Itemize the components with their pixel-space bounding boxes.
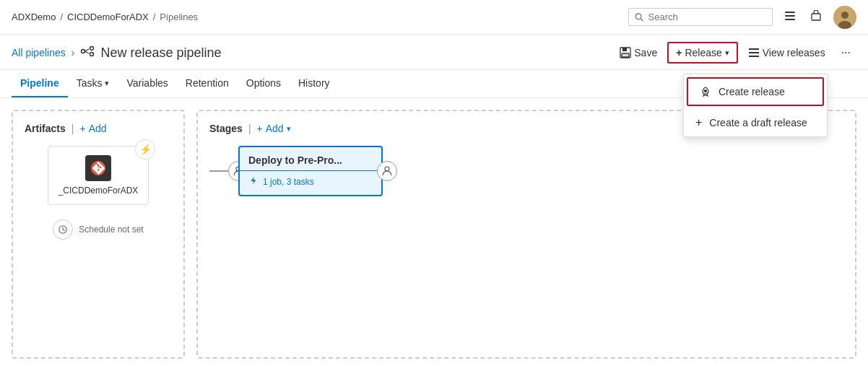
artifact-logo xyxy=(85,155,111,181)
artifacts-add-label: Add xyxy=(89,123,107,134)
svg-point-17 xyxy=(705,90,707,92)
person-right-icon xyxy=(381,165,393,177)
svg-point-7 xyxy=(841,12,849,19)
stages-add-label: Add xyxy=(266,123,284,134)
avatar[interactable] xyxy=(833,6,856,29)
pipeline-icon xyxy=(80,44,95,62)
stage-trigger-icon xyxy=(248,175,259,188)
top-right-area xyxy=(628,6,856,29)
svg-rect-19 xyxy=(749,52,759,53)
schedule-area: Schedule not set xyxy=(53,219,143,240)
stages-separator: | xyxy=(248,123,251,134)
lightning-icon: ⚡ xyxy=(139,144,152,155)
header-actions: Save + Release ▾ Create release + Create… xyxy=(612,42,856,64)
svg-rect-2 xyxy=(785,12,795,13)
svg-marker-25 xyxy=(251,177,256,185)
tab-options[interactable]: Options xyxy=(238,70,290,97)
clock-icon xyxy=(58,224,68,235)
artifact-trigger-button[interactable]: ⚡ xyxy=(135,139,155,159)
create-release-label: Create release xyxy=(719,86,785,97)
tab-history[interactable]: History xyxy=(290,70,339,97)
list-icon-button[interactable] xyxy=(781,7,799,27)
breadcrumb-sep-2: / xyxy=(153,12,156,22)
create-draft-release-item[interactable]: + Create a draft release xyxy=(684,109,827,136)
search-input[interactable] xyxy=(648,12,766,22)
create-release-item[interactable]: Create release xyxy=(687,77,824,106)
save-button[interactable]: Save xyxy=(612,43,664,62)
svg-rect-18 xyxy=(749,48,759,50)
svg-point-26 xyxy=(385,167,389,171)
svg-rect-16 xyxy=(622,53,629,57)
page-header: All pipelines › New release pipeline Sav… xyxy=(0,35,868,70)
save-icon xyxy=(620,47,631,58)
breadcrumb-chevron: › xyxy=(71,47,75,58)
create-draft-release-label: Create a draft release xyxy=(709,117,807,128)
svg-rect-15 xyxy=(622,48,627,51)
tasks-chevron-icon: ▾ xyxy=(105,79,109,88)
stage-details: 1 job, 3 tasks xyxy=(240,171,381,195)
svg-point-0 xyxy=(635,13,641,19)
stage-card-wrapper: Deploy to Pre-Pro... 1 job, 3 tasks xyxy=(238,146,383,196)
chevron-down-icon: ▾ xyxy=(725,48,729,58)
breadcrumb: ADXDemo / CICDDemoForADX / Pipelines xyxy=(12,12,198,22)
artifacts-panel-header: Artifacts | + Add xyxy=(25,123,172,134)
page-title-area: All pipelines › New release pipeline xyxy=(12,44,222,62)
draft-plus-icon: + xyxy=(695,116,702,129)
svg-line-1 xyxy=(641,18,643,20)
stage-right-person-icon[interactable] xyxy=(377,161,397,181)
svg-rect-5 xyxy=(812,14,820,20)
stage-card[interactable]: Deploy to Pre-Pro... 1 job, 3 tasks xyxy=(238,146,383,196)
list-icon xyxy=(784,10,796,22)
release-label: Release xyxy=(685,47,721,58)
git-logo-icon xyxy=(90,159,107,177)
stage-name: Deploy to Pre-Pro... xyxy=(248,154,342,166)
stage-info: 1 job, 3 tasks xyxy=(263,177,314,187)
breadcrumb-item-3: Pipelines xyxy=(160,12,198,22)
stages-add-chevron-icon: ▾ xyxy=(287,124,291,134)
svg-line-13 xyxy=(85,51,90,53)
ellipsis-icon: ··· xyxy=(841,46,851,58)
save-label: Save xyxy=(634,47,657,58)
tab-options-label: Options xyxy=(246,77,281,89)
breadcrumb-item-2[interactable]: CICDDemoForADX xyxy=(67,12,149,22)
stages-label: Stages xyxy=(209,123,243,134)
tab-variables-label: Variables xyxy=(126,77,168,89)
stages-add-plus-icon: + xyxy=(257,123,263,134)
release-dropdown-menu: Create release + Create a draft release xyxy=(683,74,828,137)
list-view-icon xyxy=(748,47,760,58)
all-pipelines-link[interactable]: All pipelines xyxy=(12,47,66,58)
rocket-icon xyxy=(700,86,711,97)
breadcrumb-item-1[interactable]: ADXDemo xyxy=(12,12,56,22)
main-content: Artifacts | + Add ⚡ _CICDDemoForADX xyxy=(0,98,868,370)
search-icon xyxy=(635,12,644,22)
basket-icon-button[interactable] xyxy=(807,7,825,27)
tab-retention[interactable]: Retention xyxy=(177,70,238,97)
tab-pipeline-label: Pipeline xyxy=(20,77,59,89)
basket-icon xyxy=(810,10,822,22)
svg-rect-20 xyxy=(749,56,759,57)
release-button[interactable]: + Release ▾ xyxy=(667,42,738,64)
plus-icon: + xyxy=(676,47,682,58)
schedule-icon xyxy=(53,219,73,240)
artifacts-separator: | xyxy=(71,123,74,134)
tab-pipeline[interactable]: Pipeline xyxy=(12,70,68,97)
search-box[interactable] xyxy=(628,8,773,26)
tab-retention-label: Retention xyxy=(186,77,229,89)
more-options-button[interactable]: ··· xyxy=(836,43,856,63)
view-releases-button[interactable]: View releases xyxy=(741,43,833,62)
schedule-label: Schedule not set xyxy=(79,224,143,235)
tab-history-label: History xyxy=(298,77,330,89)
top-nav-bar: ADXDemo / CICDDemoForADX / Pipelines xyxy=(0,0,868,35)
tab-tasks-label: Tasks xyxy=(77,77,103,89)
svg-line-12 xyxy=(85,49,90,51)
stages-add-button[interactable]: + Add ▾ xyxy=(257,123,291,134)
stages-panel: Stages | + Add ▾ xyxy=(196,110,856,359)
artifacts-add-button[interactable]: + Add xyxy=(79,123,106,134)
artifacts-panel: Artifacts | + Add ⚡ _CICDDemoForADX xyxy=(12,110,185,359)
tab-variables[interactable]: Variables xyxy=(118,70,176,97)
breadcrumb-sep-1: / xyxy=(60,12,63,22)
svg-point-10 xyxy=(90,46,94,50)
svg-rect-3 xyxy=(785,15,795,17)
pipeline-svg-icon xyxy=(80,44,95,58)
tab-tasks[interactable]: Tasks ▾ xyxy=(68,70,118,97)
